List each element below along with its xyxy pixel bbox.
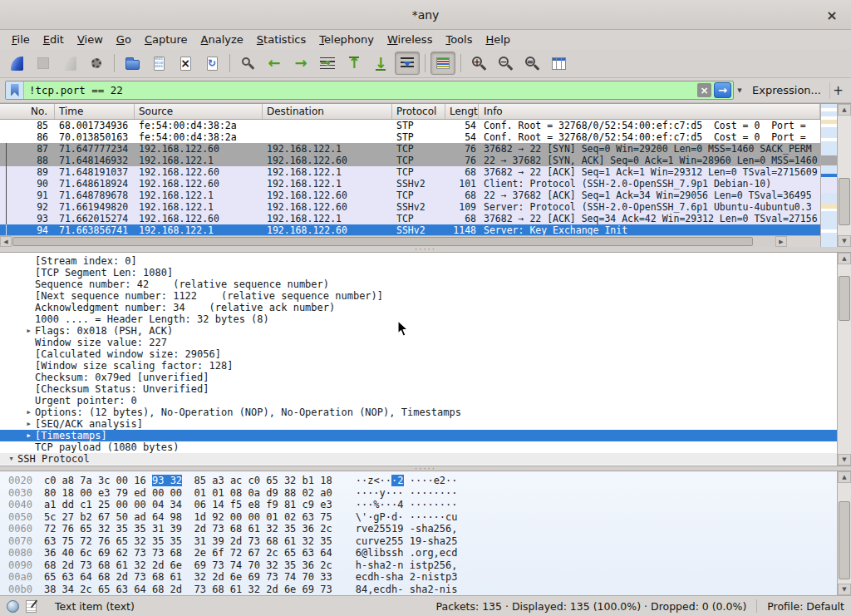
packet-list-vscrollbar[interactable]: ▲ ▼: [837, 104, 851, 247]
scroll-down-arrow[interactable]: ▼: [838, 584, 851, 595]
packet-row-88[interactable]: 8871.648146932192.168.122.1192.168.122.6…: [0, 155, 820, 166]
hex-row[interactable]: 00a065 63 64 68 2d 73 68 61 32 2d 6e 69 …: [0, 571, 837, 584]
packet-row-93[interactable]: 9371.662015274192.168.122.60192.168.122.…: [0, 213, 820, 224]
resize-columns-button[interactable]: [546, 52, 571, 75]
column-header-source[interactable]: Source: [135, 104, 263, 119]
open-file-button[interactable]: [120, 52, 145, 75]
expand-arrow-icon[interactable]: ▶: [22, 325, 35, 337]
scroll-right-arrow[interactable]: ▶: [775, 236, 787, 247]
hex-row[interactable]: 003080 18 00 e3 79 ed 00 00 01 01 08 0a …: [0, 487, 837, 500]
close-window-button[interactable]: ×: [824, 7, 839, 22]
detail-row[interactable]: Window size value: 227: [0, 337, 837, 348]
expand-arrow-icon[interactable]: ▶: [22, 430, 35, 441]
detail-row[interactable]: ▶Options: (12 bytes), No-Operation (NOP)…: [0, 407, 837, 418]
hex-row[interactable]: 00505c 27 b2 67 50 ad 64 98 1d 92 00 00 …: [0, 511, 837, 524]
packet-row-90[interactable]: 9071.648618924192.168.122.60192.168.122.…: [0, 178, 820, 190]
detail-row[interactable]: Checksum: 0x79ed [unverified]: [0, 372, 837, 383]
capture-options-button[interactable]: [84, 52, 109, 75]
expand-arrow-icon[interactable]: ▶: [22, 465, 35, 466]
packet-list-hscrollbar[interactable]: ◀ ▶: [0, 235, 820, 247]
detail-row[interactable]: ▶[SEQ/ACK analysis]: [0, 418, 837, 430]
packet-row-87[interactable]: 8771.647777234192.168.122.60192.168.122.…: [0, 143, 820, 155]
scroll-down-arrow[interactable]: ▼: [838, 235, 851, 247]
packet-row-86[interactable]: 8670.013850163fe:54:00:d4:38:2aSTP54Conf…: [0, 131, 820, 143]
detail-row[interactable]: [Window size scaling factor: 128]: [0, 360, 837, 372]
details-vscrollbar[interactable]: ▲ ▼: [837, 253, 851, 466]
status-profile[interactable]: Profile: Default: [767, 600, 844, 613]
filter-history-dropdown[interactable]: ▼: [734, 81, 745, 99]
go-forward-button[interactable]: [288, 52, 313, 75]
menu-help[interactable]: Help: [479, 32, 517, 47]
column-header-destination[interactable]: Destination: [263, 104, 392, 119]
scroll-up-arrow[interactable]: ▲: [838, 471, 851, 483]
expand-arrow-icon[interactable]: ▶: [22, 418, 35, 430]
zoom-in-button[interactable]: [466, 52, 491, 75]
menu-statistics[interactable]: Statistics: [250, 32, 312, 47]
go-last-button[interactable]: [368, 52, 393, 75]
reload-file-button[interactable]: [199, 52, 224, 75]
menu-wireless[interactable]: Wireless: [381, 32, 439, 47]
scroll-up-arrow[interactable]: ▲: [838, 104, 851, 116]
column-header-protocol[interactable]: Protocol: [392, 104, 445, 119]
detail-row[interactable]: [Next sequence number: 1122 (relative se…: [0, 290, 837, 302]
detail-row[interactable]: [Calculated window size: 29056]: [0, 348, 837, 360]
menu-tools[interactable]: Tools: [439, 32, 479, 47]
packet-row-91[interactable]: 9171.648789678192.168.122.1192.168.122.6…: [0, 190, 820, 201]
go-to-packet-button[interactable]: [315, 52, 340, 75]
capture-comment-icon[interactable]: [26, 600, 37, 613]
hscroll-thumb[interactable]: [12, 237, 753, 246]
expand-arrow-icon[interactable]: ▶: [22, 407, 35, 418]
column-header-no[interactable]: No.: [0, 104, 55, 119]
detail-row[interactable]: [TCP Segment Len: 1080]: [0, 267, 837, 278]
hex-row[interactable]: 0020c0 a8 7a 3c 00 16 93 32 85 a3 ac c0 …: [0, 475, 837, 487]
auto-scroll-button[interactable]: [395, 52, 420, 75]
hex-row[interactable]: 00b038 34 2c 65 63 64 68 2d 73 68 61 32 …: [0, 584, 837, 596]
detail-row[interactable]: [Stream index: 0]: [0, 255, 837, 267]
display-filter-input[interactable]: [24, 84, 697, 96]
menu-telephony[interactable]: Telephony: [312, 32, 381, 47]
detail-row[interactable]: ▶Flags: 0x018 (PSH, ACK): [0, 325, 837, 337]
add-filter-button[interactable]: +: [829, 82, 846, 99]
packet-list-minimap[interactable]: [820, 104, 837, 247]
bytes-vscrollbar[interactable]: ▲ ▼: [837, 471, 851, 595]
zoom-reset-button[interactable]: [519, 52, 544, 75]
stop-capture-button[interactable]: [31, 52, 56, 75]
hex-row[interactable]: 008036 40 6c 69 62 73 73 68 2e 6f 72 67 …: [0, 547, 837, 559]
vscroll-thumb[interactable]: [839, 276, 850, 322]
menu-go[interactable]: Go: [110, 32, 138, 47]
column-header-time[interactable]: Time: [55, 104, 135, 119]
packet-row-89[interactable]: 8971.648191037192.168.122.60192.168.122.…: [0, 166, 820, 178]
save-file-button[interactable]: [146, 52, 171, 75]
detail-row[interactable]: Urgent pointer: 0: [0, 395, 837, 407]
scroll-down-arrow[interactable]: ▼: [838, 454, 851, 466]
menu-edit[interactable]: Edit: [37, 32, 71, 47]
filter-bookmark-button[interactable]: [6, 81, 24, 99]
hex-row[interactable]: 009068 2d 73 68 61 32 2d 6e 69 73 74 70 …: [0, 559, 837, 572]
expression-button[interactable]: Expression...: [745, 84, 828, 96]
column-header-length[interactable]: Length: [445, 104, 479, 119]
start-capture-button[interactable]: [4, 52, 29, 75]
detail-row[interactable]: ▶[Timestamps]: [0, 430, 837, 441]
detail-row[interactable]: Acknowledgment number: 34 (relative ack …: [0, 302, 837, 313]
zoom-out-button[interactable]: [493, 52, 518, 75]
menu-capture[interactable]: Capture: [138, 32, 194, 47]
detail-row[interactable]: TCP payload (1080 bytes): [0, 441, 837, 453]
close-file-button[interactable]: [173, 52, 198, 75]
menu-file[interactable]: File: [5, 32, 37, 47]
packet-row-94[interactable]: 9471.663856741192.168.122.1192.168.122.6…: [0, 224, 820, 235]
scroll-left-arrow[interactable]: ◀: [0, 236, 12, 247]
hex-row[interactable]: 007063 75 72 76 65 32 35 35 31 39 2d 73 …: [0, 535, 837, 548]
restart-capture-button[interactable]: [57, 52, 82, 75]
detail-row[interactable]: [Checksum Status: Unverified]: [0, 383, 837, 395]
detail-row[interactable]: Sequence number: 42 (relative sequence n…: [0, 278, 837, 290]
menu-analyze[interactable]: Analyze: [194, 32, 250, 47]
detail-row[interactable]: 1000 .... = Header Length: 32 bytes (8): [0, 313, 837, 325]
column-header-info[interactable]: Info: [479, 104, 820, 119]
apply-filter-button[interactable]: →: [714, 82, 731, 98]
vscroll-thumb[interactable]: [839, 501, 850, 579]
vscroll-thumb[interactable]: [839, 178, 850, 226]
packet-row-85[interactable]: 8568.001734936fe:54:00:d4:38:2aSTP54Conf…: [0, 120, 820, 131]
clear-filter-button[interactable]: ×: [697, 83, 711, 97]
colorize-button[interactable]: [430, 52, 455, 75]
expert-info-icon[interactable]: [7, 600, 19, 613]
